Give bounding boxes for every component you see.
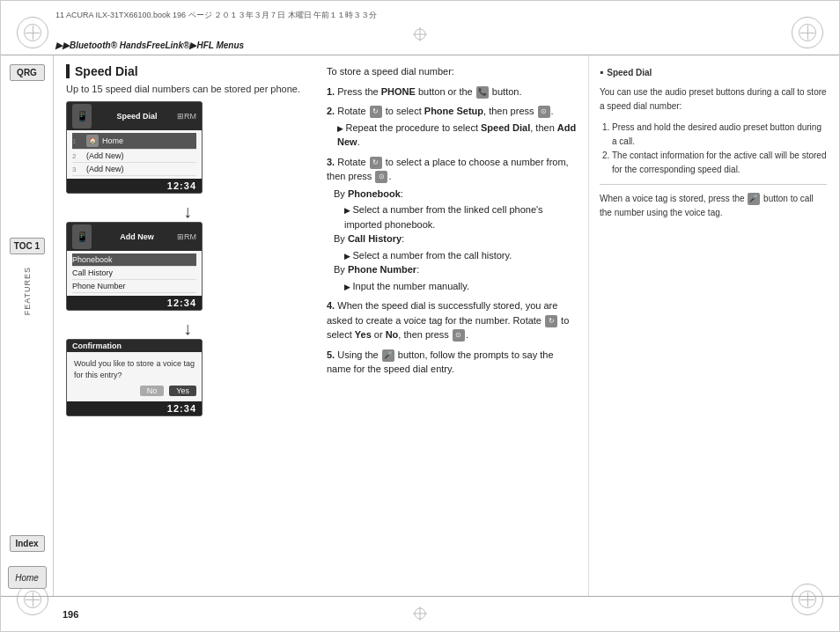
step5-num: 5. xyxy=(327,349,335,360)
screen3-time: 12:34 xyxy=(67,401,202,415)
step3-phonenumber-label: By Phone Number: xyxy=(334,262,578,277)
screen3-mockup: Confirmation Would you like to store a v… xyxy=(66,339,203,416)
file-info: 11 ACURA ILX-31TX66100.book 196 ページ ２０１３… xyxy=(55,10,377,21)
down-arrow-1: ↓ xyxy=(66,202,309,220)
screen1-phone-icon: 📱 xyxy=(72,104,92,129)
step5-text: Using the 🎤 button, follow the prompts t… xyxy=(327,349,554,375)
screen1-row3-num: 3 xyxy=(72,165,86,173)
step4-text: When the speed dial is successfully stor… xyxy=(327,300,569,340)
screen3-title: Confirmation xyxy=(72,342,122,350)
step4-num: 4. xyxy=(327,300,335,311)
screen2-row-2: Call History xyxy=(72,267,196,280)
section-title: Speed Dial xyxy=(66,64,309,78)
page-footer: 196 xyxy=(1,596,839,631)
right-panel-list-item-1: Press and hold the desired audio preset … xyxy=(612,121,827,149)
right-panel-list: Press and hold the desired audio preset … xyxy=(612,121,827,177)
screen2-row2-text: Call History xyxy=(72,268,196,277)
step3-subs: By Phonebook: Select a number from the l… xyxy=(334,187,578,294)
screen2-row3-text: Phone Number xyxy=(72,282,196,290)
screen3-buttons: No Yes xyxy=(72,386,196,399)
step2-rotate-icon: ↻ xyxy=(370,106,382,118)
screen3-header: Confirmation xyxy=(67,340,202,352)
right-panel-note-text: When a voice tag is stored, press the xyxy=(600,194,745,203)
screen3-body-text: Would you like to store a voice tag for … xyxy=(72,355,196,386)
down-arrow-2: ↓ xyxy=(66,320,309,337)
screen1-row-3: 3 (Add New) xyxy=(72,163,196,176)
screen2-body: Phonebook Call History Phone Number xyxy=(67,251,202,296)
step1-num: 1. xyxy=(327,86,335,97)
step2-text: Rotate ↻ to select Phone Setup, then pre… xyxy=(337,106,553,116)
sidebar-btn-home[interactable]: Home xyxy=(8,566,47,589)
step3-callhistory-label: By Call History: xyxy=(334,231,578,246)
step-3: 3. Rotate ↻ to select a place to choose … xyxy=(327,155,578,294)
step2-num: 2. xyxy=(327,106,335,116)
right-panel-note: When a voice tag is stored, press the 🎤 … xyxy=(600,192,827,220)
screen1-header: 📱 Speed Dial ⊞RM xyxy=(67,102,202,130)
breadcrumb-text: ▶▶Bluetooth® HandsFreeLink®▶HFL Menus xyxy=(55,40,244,50)
step3-phonenumber-text: Input the number manually. xyxy=(344,279,578,294)
screen2-wrapper: 📱 Add New ⊞RM Phonebook Call History Pho… xyxy=(66,222,309,316)
screen1-title: Speed Dial xyxy=(116,112,157,121)
screen1-row2-num: 2 xyxy=(72,152,86,160)
step3-text: Rotate ↻ to select a place to choose a n… xyxy=(327,157,569,182)
step3-num: 3. xyxy=(327,157,335,167)
sidebar-btn-toc[interactable]: TOC 1 xyxy=(10,238,45,254)
right-panel-intro: You can use the audio preset buttons dur… xyxy=(600,85,827,114)
step3-phonebook-text: Select a number from the linked cell pho… xyxy=(344,202,578,231)
screen1-row1-num: 1 xyxy=(72,137,86,145)
screen2-row-1: Phonebook xyxy=(72,254,196,267)
top-header: 11 ACURA ILX-31TX66100.book 196 ページ ２０１３… xyxy=(1,1,839,55)
screen1-mockup: 📱 Speed Dial ⊞RM 1 🏠 Home 2 (Add New) xyxy=(66,101,203,194)
step2-press-icon: ⊙ xyxy=(538,106,550,118)
screen1-wrapper: 📱 Speed Dial ⊞RM 1 🏠 Home 2 (Add New) xyxy=(66,101,309,199)
step3-rotate-icon: ↻ xyxy=(370,157,382,169)
right-panel-note-icon: 🎤 xyxy=(748,193,760,205)
left-column: Speed Dial Up to 15 speed dial numbers c… xyxy=(54,55,318,596)
intro-text: Up to 15 speed dial numbers can be store… xyxy=(66,84,309,94)
step1-text: Press the PHONE button or the 📞 button. xyxy=(337,86,521,97)
screen2-title: Add New xyxy=(120,232,154,241)
screen3-wrapper: Confirmation Would you like to store a v… xyxy=(66,339,309,422)
store-label: To store a speed dial number: xyxy=(327,64,578,79)
right-panel-title: Speed Dial xyxy=(600,64,827,80)
step1-icon: 📞 xyxy=(476,86,489,99)
screen1-time: 12:34 xyxy=(67,179,202,193)
screen3-yes-btn: Yes xyxy=(169,386,196,396)
main-content: Speed Dial Up to 15 speed dial numbers c… xyxy=(54,55,839,596)
step3-press-icon: ⊙ xyxy=(375,171,387,183)
screen1-body: 1 🏠 Home 2 (Add New) 3 (Add New) xyxy=(67,130,202,179)
page: 11 ACURA ILX-31TX66100.book 196 ページ ２０１３… xyxy=(0,0,840,632)
sidebar-btn-index[interactable]: Index xyxy=(10,535,45,552)
screen1-row-1: 1 🏠 Home xyxy=(72,133,196,150)
step-2: 2. Rotate ↻ to select Phone Setup, then … xyxy=(327,104,578,150)
step3-callhistory-text: Select a number from the call history. xyxy=(344,248,578,263)
page-number: 196 xyxy=(63,609,78,620)
screen1-row1-icon: 🏠 xyxy=(86,135,99,147)
step-4: 4. When the speed dial is successfully s… xyxy=(327,298,578,342)
screen2-icon-right: ⊞RM xyxy=(177,232,196,241)
screen1-row3-text: (Add New) xyxy=(86,165,196,173)
step3-phonebook-label: By Phonebook: xyxy=(334,187,578,202)
screen2-mockup: 📱 Add New ⊞RM Phonebook Call History Pho… xyxy=(66,222,203,311)
step-1: 1. Press the PHONE button or the 📞 butto… xyxy=(327,85,578,99)
screen2-time: 12:34 xyxy=(67,296,202,310)
right-panel-divider xyxy=(600,184,827,185)
steps-column: To store a speed dial number: 1. Press t… xyxy=(318,55,588,596)
screen3-no-btn: No xyxy=(140,386,165,396)
step-5: 5. Using the 🎤 button, follow the prompt… xyxy=(327,348,578,377)
breadcrumb: ▶▶Bluetooth® HandsFreeLink®▶HFL Menus xyxy=(55,40,244,50)
screen1-row1-text: Home xyxy=(102,136,196,145)
step4-press-icon: ⊙ xyxy=(453,329,465,342)
right-panel: Speed Dial You can use the audio preset … xyxy=(588,55,839,596)
step5-icon: 🎤 xyxy=(382,349,394,362)
step4-rotate-icon: ↻ xyxy=(545,315,557,327)
screen2-row-3: Phone Number xyxy=(72,280,196,293)
sidebar-btn-qrg[interactable]: QRG xyxy=(10,64,45,81)
step2-sub: Repeat the procedure to select Speed Dia… xyxy=(337,121,578,150)
screen1-icon-right: ⊞RM xyxy=(177,112,196,121)
right-panel-list-item-2: The contact information for the active c… xyxy=(612,149,827,177)
sidebar: QRG TOC 1 Features Index Home xyxy=(1,55,54,596)
screen2-phone-icon: 📱 xyxy=(72,224,92,249)
sidebar-label-features: Features xyxy=(23,267,32,315)
screen1-row2-text: (Add New) xyxy=(86,151,196,160)
